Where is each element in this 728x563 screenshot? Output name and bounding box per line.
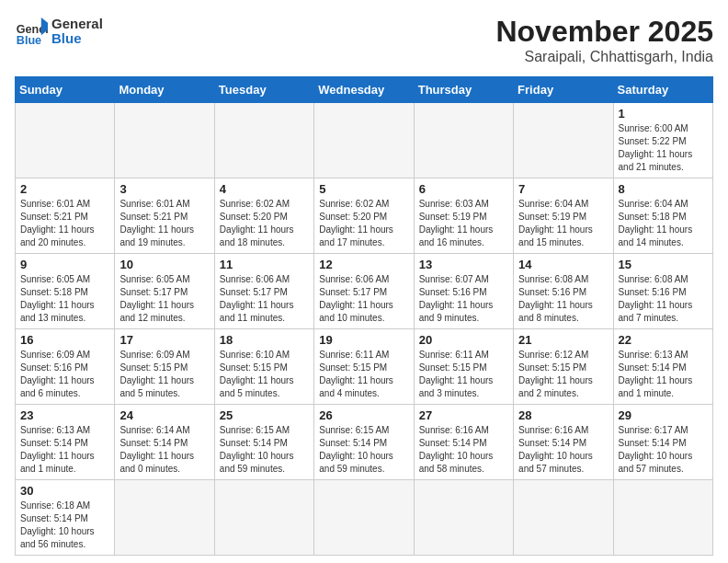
day-info: Sunrise: 6:08 AM Sunset: 5:16 PM Dayligh…	[619, 273, 708, 325]
calendar-row-2: 9Sunrise: 6:05 AM Sunset: 5:18 PM Daylig…	[16, 254, 713, 329]
day-number: 16	[20, 333, 109, 347]
day-number: 13	[419, 258, 508, 271]
day-number: 14	[518, 258, 608, 271]
day-info: Sunrise: 6:04 AM Sunset: 5:19 PM Dayligh…	[518, 198, 608, 249]
day-info: Sunrise: 6:04 AM Sunset: 5:18 PM Dayligh…	[619, 198, 708, 249]
day-info: Sunrise: 6:06 AM Sunset: 5:17 PM Dayligh…	[319, 273, 408, 325]
day-info: Sunrise: 6:00 AM Sunset: 5:22 PM Dayligh…	[619, 122, 708, 174]
day-info: Sunrise: 6:15 AM Sunset: 5:14 PM Dayligh…	[220, 424, 309, 476]
day-info: Sunrise: 6:18 AM Sunset: 5:14 PM Dayligh…	[20, 500, 109, 551]
calendar-row-4: 23Sunrise: 6:13 AM Sunset: 5:14 PM Dayli…	[16, 405, 713, 480]
day-number: 30	[20, 484, 109, 498]
day-number: 15	[619, 258, 708, 271]
calendar-cell: 30Sunrise: 6:18 AM Sunset: 5:14 PM Dayli…	[16, 480, 115, 556]
calendar-cell: 19Sunrise: 6:11 AM Sunset: 5:15 PM Dayli…	[314, 329, 414, 405]
day-info: Sunrise: 6:08 AM Sunset: 5:16 PM Dayligh…	[518, 273, 608, 325]
day-info: Sunrise: 6:13 AM Sunset: 5:14 PM Dayligh…	[619, 349, 708, 400]
calendar-cell: 4Sunrise: 6:02 AM Sunset: 5:20 PM Daylig…	[214, 178, 313, 254]
logo: General Blue General Blue	[15, 15, 103, 48]
day-number: 2	[20, 182, 109, 196]
calendar-cell: 25Sunrise: 6:15 AM Sunset: 5:14 PM Dayli…	[214, 405, 313, 480]
logo-general: General	[51, 17, 103, 32]
day-number: 19	[319, 333, 408, 347]
day-info: Sunrise: 6:06 AM Sunset: 5:17 PM Dayligh…	[220, 273, 309, 325]
day-number: 29	[619, 408, 708, 422]
day-info: Sunrise: 6:01 AM Sunset: 5:21 PM Dayligh…	[20, 198, 109, 249]
day-info: Sunrise: 6:10 AM Sunset: 5:15 PM Dayligh…	[220, 349, 309, 400]
day-number: 22	[619, 333, 708, 347]
day-info: Sunrise: 6:05 AM Sunset: 5:17 PM Dayligh…	[119, 273, 209, 325]
calendar-cell	[414, 480, 513, 556]
day-number: 6	[419, 182, 508, 196]
weekday-sunday: Sunday	[16, 77, 115, 103]
calendar-row-3: 16Sunrise: 6:09 AM Sunset: 5:16 PM Dayli…	[16, 329, 713, 405]
location-title: Saraipali, Chhattisgarh, India	[495, 49, 713, 65]
weekday-tuesday: Tuesday	[214, 77, 313, 103]
calendar-cell: 5Sunrise: 6:02 AM Sunset: 5:20 PM Daylig…	[314, 178, 414, 254]
weekday-header-row: SundayMondayTuesdayWednesdayThursdayFrid…	[16, 77, 713, 103]
day-number: 18	[220, 333, 309, 347]
calendar-cell: 2Sunrise: 6:01 AM Sunset: 5:21 PM Daylig…	[16, 178, 115, 254]
day-info: Sunrise: 6:03 AM Sunset: 5:19 PM Dayligh…	[419, 198, 508, 249]
calendar-cell: 15Sunrise: 6:08 AM Sunset: 5:16 PM Dayli…	[613, 254, 712, 329]
calendar-cell: 27Sunrise: 6:16 AM Sunset: 5:14 PM Dayli…	[414, 405, 513, 480]
day-number: 27	[419, 408, 508, 422]
weekday-monday: Monday	[115, 77, 214, 103]
day-info: Sunrise: 6:14 AM Sunset: 5:14 PM Dayligh…	[119, 424, 209, 476]
day-info: Sunrise: 6:02 AM Sunset: 5:20 PM Dayligh…	[220, 198, 309, 249]
day-number: 20	[419, 333, 508, 347]
calendar-cell: 10Sunrise: 6:05 AM Sunset: 5:17 PM Dayli…	[115, 254, 214, 329]
day-number: 24	[119, 408, 209, 422]
calendar-cell	[414, 103, 513, 178]
calendar-cell: 29Sunrise: 6:17 AM Sunset: 5:14 PM Dayli…	[613, 405, 712, 480]
weekday-thursday: Thursday	[414, 77, 513, 103]
logo-blue: Blue	[51, 31, 103, 47]
day-info: Sunrise: 6:02 AM Sunset: 5:20 PM Dayligh…	[319, 198, 408, 249]
calendar-cell: 20Sunrise: 6:11 AM Sunset: 5:15 PM Dayli…	[414, 329, 513, 405]
calendar-cell	[514, 103, 613, 178]
day-info: Sunrise: 6:01 AM Sunset: 5:21 PM Dayligh…	[119, 198, 209, 249]
day-number: 21	[518, 333, 608, 347]
day-number: 3	[119, 182, 209, 196]
calendar-cell: 16Sunrise: 6:09 AM Sunset: 5:16 PM Dayli…	[16, 329, 115, 405]
calendar-cell: 8Sunrise: 6:04 AM Sunset: 5:18 PM Daylig…	[613, 178, 712, 254]
calendar-cell: 17Sunrise: 6:09 AM Sunset: 5:15 PM Dayli…	[115, 329, 214, 405]
calendar-row-0: 1Sunrise: 6:00 AM Sunset: 5:22 PM Daylig…	[16, 103, 713, 178]
calendar-row-5: 30Sunrise: 6:18 AM Sunset: 5:14 PM Dayli…	[16, 480, 713, 556]
day-info: Sunrise: 6:15 AM Sunset: 5:14 PM Dayligh…	[319, 424, 408, 476]
calendar-cell: 23Sunrise: 6:13 AM Sunset: 5:14 PM Dayli…	[16, 405, 115, 480]
calendar-cell	[214, 480, 313, 556]
logo-icon: General Blue	[15, 15, 48, 48]
calendar-cell	[115, 480, 214, 556]
day-info: Sunrise: 6:11 AM Sunset: 5:15 PM Dayligh…	[419, 349, 508, 400]
calendar-cell: 26Sunrise: 6:15 AM Sunset: 5:14 PM Dayli…	[314, 405, 414, 480]
day-info: Sunrise: 6:09 AM Sunset: 5:16 PM Dayligh…	[20, 349, 109, 400]
day-info: Sunrise: 6:09 AM Sunset: 5:15 PM Dayligh…	[119, 349, 209, 400]
day-number: 25	[220, 408, 309, 422]
title-area: November 2025 Saraipali, Chhattisgarh, I…	[495, 15, 713, 65]
day-number: 17	[119, 333, 209, 347]
day-number: 26	[319, 408, 408, 422]
day-number: 1	[619, 107, 708, 121]
day-info: Sunrise: 6:17 AM Sunset: 5:14 PM Dayligh…	[619, 424, 708, 476]
calendar-cell: 6Sunrise: 6:03 AM Sunset: 5:19 PM Daylig…	[414, 178, 513, 254]
calendar-cell: 9Sunrise: 6:05 AM Sunset: 5:18 PM Daylig…	[16, 254, 115, 329]
calendar-cell: 7Sunrise: 6:04 AM Sunset: 5:19 PM Daylig…	[514, 178, 613, 254]
month-title: November 2025	[495, 15, 713, 49]
calendar-cell: 22Sunrise: 6:13 AM Sunset: 5:14 PM Dayli…	[613, 329, 712, 405]
day-number: 28	[518, 408, 608, 422]
day-number: 5	[319, 182, 408, 196]
calendar-cell: 21Sunrise: 6:12 AM Sunset: 5:15 PM Dayli…	[514, 329, 613, 405]
calendar-cell: 28Sunrise: 6:16 AM Sunset: 5:14 PM Dayli…	[514, 405, 613, 480]
calendar-cell	[214, 103, 313, 178]
day-number: 4	[220, 182, 309, 196]
day-info: Sunrise: 6:16 AM Sunset: 5:14 PM Dayligh…	[419, 424, 508, 476]
calendar-cell	[613, 480, 712, 556]
day-number: 10	[119, 258, 209, 271]
day-number: 9	[20, 258, 109, 271]
calendar-cell	[314, 480, 414, 556]
weekday-saturday: Saturday	[613, 77, 712, 103]
calendar-cell: 12Sunrise: 6:06 AM Sunset: 5:17 PM Dayli…	[314, 254, 414, 329]
calendar-cell	[314, 103, 414, 178]
header: General Blue General Blue November 2025 …	[15, 15, 713, 65]
